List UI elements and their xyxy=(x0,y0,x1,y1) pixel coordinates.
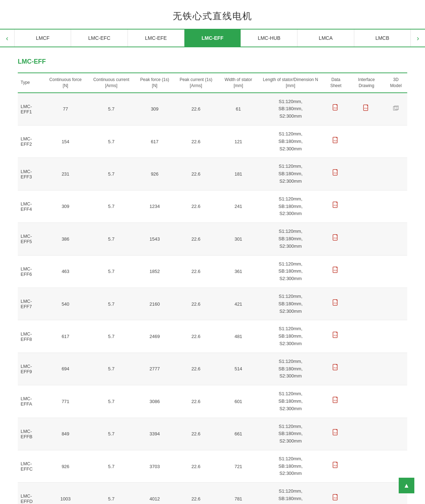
next-arrow[interactable]: › xyxy=(411,29,425,47)
col-header-cont-current: Continuous current [Arms] xyxy=(86,73,136,93)
interface-cell xyxy=(348,320,384,353)
interface-cell xyxy=(348,353,384,385)
cont-force-cell: 77 xyxy=(45,93,86,125)
width-cell: 301 xyxy=(219,223,258,255)
pdf-icon[interactable]: PDF xyxy=(333,236,339,243)
prev-arrow[interactable]: ‹ xyxy=(0,29,14,47)
peak-current-cell: 22.6 xyxy=(173,93,219,125)
svg-text:PDF: PDF xyxy=(334,204,337,207)
width-cell: 721 xyxy=(219,450,258,482)
pdf-icon[interactable]: PDF xyxy=(333,431,339,438)
pdf-icon[interactable]: PDF xyxy=(333,171,339,178)
3d-model-cell xyxy=(384,223,407,255)
3d-model-cell xyxy=(384,418,407,450)
peak-force-cell: 2469 xyxy=(136,320,173,353)
pdf-icon[interactable]: PDF xyxy=(333,334,339,341)
pdf-icon[interactable]: PDF xyxy=(333,301,339,309)
cont-current-cell: 5.7 xyxy=(86,353,136,385)
length-cell: S1:120mm,SB:180mm,S2:300mm xyxy=(258,353,323,385)
table-row: LMC-EFF96945.7277722.6514S1:120mm,SB:180… xyxy=(18,353,407,385)
interface-cell xyxy=(348,223,384,255)
data-table: TypeContinuous force [N]Continuous curre… xyxy=(18,73,407,504)
pdf-icon[interactable]: PDF xyxy=(333,366,339,373)
data-sheet-cell: PDF xyxy=(323,93,349,125)
table-row: LMC-EFFD10035.7401222.6781S1:120mm,SB:18… xyxy=(18,483,407,504)
type-cell: LMC-EFF8 xyxy=(18,320,45,353)
peak-force-cell: 617 xyxy=(136,125,173,157)
cont-force-cell: 1003 xyxy=(45,483,86,504)
length-cell: S1:120mm,SB:180mm,S2:300mm xyxy=(258,450,323,482)
col-header-3d-model: 3D Model xyxy=(384,73,407,93)
nav-tab-lmc-hub[interactable]: LMC-HUB xyxy=(241,30,297,47)
nav-tab-lmca[interactable]: LMCA xyxy=(297,30,354,47)
pdf-icon[interactable]: PDF xyxy=(333,496,339,503)
nav-tab-lmcf[interactable]: LMCF xyxy=(14,30,71,47)
peak-force-cell: 3086 xyxy=(136,385,173,418)
type-cell: LMC-EFF1 xyxy=(18,93,45,125)
nav-tab-lmc-efc[interactable]: LMC-EFC xyxy=(71,30,128,47)
3d-model-icon[interactable] xyxy=(393,107,399,113)
width-cell: 661 xyxy=(219,418,258,450)
peak-force-cell: 2160 xyxy=(136,288,173,320)
3d-model-cell xyxy=(384,320,407,353)
length-cell: S1:120mm,SB:180mm,S2:300mm xyxy=(258,223,323,255)
peak-current-cell: 22.6 xyxy=(173,255,219,288)
length-cell: S1:120mm,SB:180mm,S2:300mm xyxy=(258,288,323,320)
data-sheet-cell: PDF xyxy=(323,255,349,288)
svg-text:PDF: PDF xyxy=(364,107,368,109)
type-cell: LMC-EFF9 xyxy=(18,353,45,385)
svg-text:PDF: PDF xyxy=(334,400,337,402)
nav-tab-lmcb[interactable]: LMCB xyxy=(354,30,411,47)
cont-force-cell: 386 xyxy=(45,223,86,255)
cont-current-cell: 5.7 xyxy=(86,255,136,288)
nav-tabs: LMCFLMC-EFCLMC-EFELMC-EFFLMC-HUBLMCALMCB xyxy=(14,30,411,47)
pdf-icon[interactable]: PDF xyxy=(333,464,339,471)
pdf-icon[interactable]: PDF xyxy=(333,399,339,406)
cont-force-cell: 617 xyxy=(45,320,86,353)
peak-force-cell: 3703 xyxy=(136,450,173,482)
width-cell: 121 xyxy=(219,125,258,157)
col-header-peak-force: Peak force (1s) [N] xyxy=(136,73,173,93)
back-to-top-button[interactable]: ▲ xyxy=(399,478,414,493)
type-cell: LMC-EFFB xyxy=(18,418,45,450)
3d-model-cell xyxy=(384,385,407,418)
peak-current-cell: 22.6 xyxy=(173,418,219,450)
pdf-icon[interactable]: PDF xyxy=(333,269,339,276)
nav-bar: ‹ LMCFLMC-EFCLMC-EFELMC-EFFLMC-HUBLMCALM… xyxy=(0,29,425,47)
cont-force-cell: 309 xyxy=(45,190,86,222)
interface-pdf-icon[interactable]: PDF xyxy=(363,108,370,113)
svg-text:PDF: PDF xyxy=(334,432,337,434)
interface-cell xyxy=(348,190,384,222)
cont-current-cell: 5.7 xyxy=(86,125,136,157)
length-cell: S1:120mm,SB:180mm,S2:300mm xyxy=(258,385,323,418)
cont-force-cell: 926 xyxy=(45,450,86,482)
3d-model-cell xyxy=(384,190,407,222)
col-header-data-sheet: Data Sheet xyxy=(323,73,349,93)
pdf-icon[interactable]: PDF xyxy=(333,204,339,211)
cont-current-cell: 5.7 xyxy=(86,320,136,353)
data-sheet-cell: PDF xyxy=(323,320,349,353)
svg-text:PDF: PDF xyxy=(334,302,337,304)
cont-current-cell: 5.7 xyxy=(86,223,136,255)
pdf-icon[interactable]: PDF xyxy=(333,139,339,146)
data-sheet-cell: PDF xyxy=(323,158,349,190)
table-row: LMC-EFFA7715.7308622.6601S1:120mm,SB:180… xyxy=(18,385,407,418)
interface-cell xyxy=(348,418,384,450)
peak-force-cell: 926 xyxy=(136,158,173,190)
svg-text:PDF: PDF xyxy=(334,140,337,142)
peak-force-cell: 1852 xyxy=(136,255,173,288)
cont-force-cell: 771 xyxy=(45,385,86,418)
table-row: LMC-EFF75405.7216022.6421S1:120mm,SB:180… xyxy=(18,288,407,320)
table-row: LMC-EFFB8495.7339422.6661S1:120mm,SB:180… xyxy=(18,418,407,450)
data-sheet-cell: PDF xyxy=(323,418,349,450)
pdf-icon[interactable]: PDF xyxy=(333,106,339,113)
nav-tab-lmc-efe[interactable]: LMC-EFE xyxy=(128,30,184,47)
interface-cell xyxy=(348,450,384,482)
data-sheet-cell: PDF xyxy=(323,450,349,482)
peak-current-cell: 22.6 xyxy=(173,158,219,190)
nav-tab-lmc-eff[interactable]: LMC-EFF xyxy=(184,30,241,47)
3d-model-cell xyxy=(384,288,407,320)
type-cell: LMC-EFF5 xyxy=(18,223,45,255)
cont-current-cell: 5.7 xyxy=(86,190,136,222)
svg-text:PDF: PDF xyxy=(334,107,337,109)
